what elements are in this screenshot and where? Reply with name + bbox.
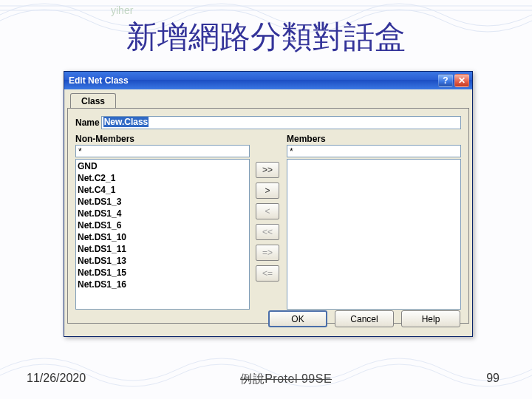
list-item[interactable]: Net.DS1_10 <box>78 231 248 243</box>
slide-footer: 11/26/2020 例說Protel 99SE 99 <box>0 372 532 387</box>
tab-panel: Name New.Class Non-Members GNDNet.C2_1Ne… <box>67 108 469 324</box>
help-icon[interactable]: ? <box>438 74 453 87</box>
dialog-client: Class Name New.Class Non-Members GNDNet.… <box>67 92 469 333</box>
nonmembers-label: Non-Members <box>75 134 250 144</box>
nonmembers-filter[interactable] <box>75 145 250 157</box>
list-item[interactable]: Net.DS1_6 <box>78 219 248 231</box>
dialog-title: Edit Net Class <box>69 75 437 86</box>
watermark-text: yiher <box>111 4 133 16</box>
list-item[interactable]: Net.DS1_11 <box>78 243 248 255</box>
name-field[interactable]: New.Class <box>101 116 461 129</box>
members-listbox[interactable] <box>287 160 460 309</box>
tab-class[interactable]: Class <box>70 93 116 109</box>
name-label: Name <box>75 117 100 128</box>
exchange-left-button[interactable]: <= <box>256 265 279 282</box>
cancel-button[interactable]: Cancel <box>335 310 394 327</box>
help-button[interactable]: Help <box>401 310 460 327</box>
list-item[interactable]: Net.C4_1 <box>78 184 248 196</box>
footer-page: 99 <box>486 372 499 387</box>
list-item[interactable]: Net.DS1_3 <box>78 196 248 208</box>
members-filter[interactable] <box>287 145 461 157</box>
footer-mid: 例說Protel 99SE <box>240 372 332 387</box>
ok-button[interactable]: OK <box>268 310 327 327</box>
add-all-button[interactable]: >> <box>256 162 279 178</box>
footer-date: 11/26/2020 <box>27 372 86 387</box>
list-item[interactable]: GND <box>78 160 248 172</box>
list-item[interactable]: Net.C2_1 <box>78 172 248 184</box>
dialog-titlebar[interactable]: Edit Net Class ? ✕ <box>64 72 472 89</box>
list-item[interactable]: Net.DS1_16 <box>78 279 248 290</box>
page-title: 新增網路分類對話盒 <box>0 16 532 58</box>
list-item[interactable]: Net.DS1_4 <box>78 208 248 219</box>
nonmembers-listbox[interactable]: GNDNet.C2_1Net.C4_1Net.DS1_3Net.DS1_4Net… <box>76 160 249 309</box>
add-one-button[interactable]: > <box>256 183 279 199</box>
dialog-actions: OK Cancel Help <box>268 310 460 327</box>
members-label: Members <box>287 134 461 144</box>
list-item[interactable]: Net.DS1_15 <box>78 267 248 279</box>
list-item[interactable]: Net.DS1_13 <box>78 255 248 267</box>
close-icon[interactable]: ✕ <box>454 74 469 87</box>
remove-all-button[interactable]: << <box>256 224 279 240</box>
remove-one-button[interactable]: < <box>256 203 279 219</box>
members-column: Members <box>287 134 461 310</box>
transfer-buttons: >> > < << => <= <box>256 134 281 310</box>
edit-net-class-dialog: Edit Net Class ? ✕ Class Name New.Class … <box>64 71 473 337</box>
name-value: New.Class <box>103 117 149 127</box>
exchange-right-button[interactable]: => <box>256 245 279 261</box>
nonmembers-column: Non-Members GNDNet.C2_1Net.C4_1Net.DS1_3… <box>75 134 250 310</box>
